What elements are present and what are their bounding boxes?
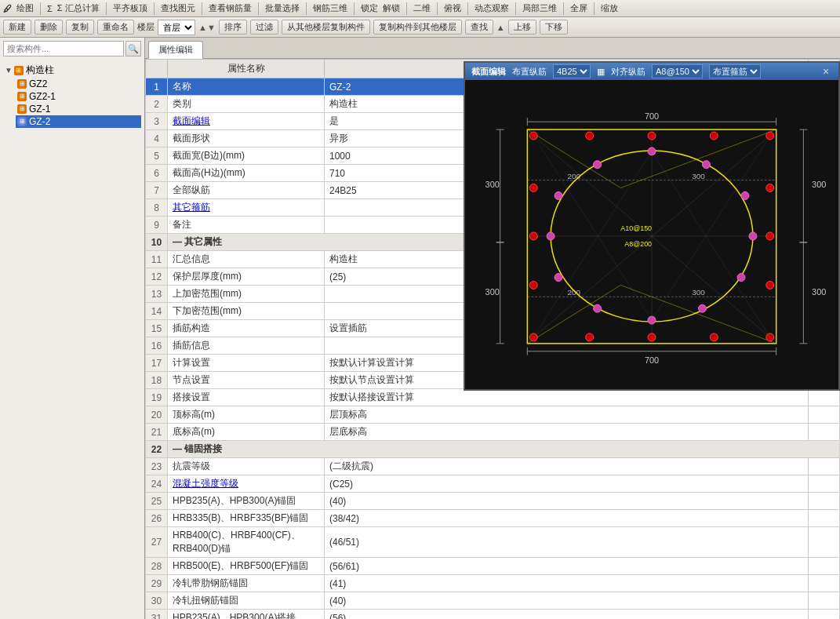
prop-name-cell: 下加密范围(mm) <box>168 303 325 320</box>
copy-button[interactable]: 复制 <box>66 20 94 35</box>
toolbar-fullscreen[interactable]: 全屏 <box>570 2 587 14</box>
prop-val-cell[interactable]: (41) <box>325 575 809 592</box>
right-content: 属性编辑 属性名称 属性值 附加 1 名称 GZ-2 <box>145 38 840 619</box>
align-label: 对齐纵筋 <box>611 66 645 78</box>
prop-val-cell[interactable]: (56) <box>325 610 809 620</box>
toolbar-batch[interactable]: 批量选择 <box>265 2 300 14</box>
tree-item-gz2[interactable]: ⊞ GZ2 <box>16 78 141 90</box>
row-num: 18 <box>146 372 168 389</box>
filter-button[interactable]: 过滤 <box>250 20 278 35</box>
svg-text:200: 200 <box>568 172 581 180</box>
row-num: 20 <box>146 406 168 424</box>
prop-val-cell[interactable]: (C25) <box>325 475 809 493</box>
prop-val-cell[interactable]: 层顶标高 <box>325 406 809 424</box>
left-panel: 🔍 ▼ ⊞ 构造柱 ⊞ GZ2 ⊞ GZ2-1 ⊞ GZ-1 <box>0 38 145 619</box>
prop-name-cell[interactable]: 截面编辑 <box>168 113 325 130</box>
prop-val-cell[interactable]: (46/51) <box>325 527 809 558</box>
svg-point-67 <box>555 191 562 199</box>
prop-val-cell[interactable]: (40) <box>325 493 809 510</box>
prop-addon-cell <box>809 458 840 475</box>
prop-name-cell: 汇总信息 <box>168 251 325 268</box>
tree-area: ▼ ⊞ 构造柱 ⊞ GZ2 ⊞ GZ2-1 ⊞ GZ-1 ⊞ <box>0 60 144 619</box>
row-num: 24 <box>146 475 168 493</box>
svg-point-61 <box>737 274 745 282</box>
toolbar-2d[interactable]: 二维 <box>413 2 431 14</box>
sort-button[interactable]: 排序 <box>219 20 247 35</box>
moveup-button[interactable]: 上移 <box>508 20 536 35</box>
prop-val-cell[interactable]: (二级抗震) <box>325 458 809 475</box>
section-svg: 700 700 300 300 <box>465 80 838 389</box>
prop-name-cell[interactable]: 其它箍筋 <box>168 199 325 217</box>
row-num: 9 <box>146 217 168 234</box>
delete-button[interactable]: 删除 <box>35 20 63 35</box>
prop-val-cell[interactable]: 层底标高 <box>325 424 809 441</box>
copy-from-button[interactable]: 从其他楼层复制构件 <box>282 20 370 35</box>
svg-point-62 <box>699 304 707 312</box>
toolbar-findelem[interactable]: 查找图元 <box>161 2 195 14</box>
svg-point-68 <box>594 161 602 169</box>
group-label: — 锚固搭接 <box>168 441 840 458</box>
toolbar-lock[interactable]: 锁定 <box>361 2 378 14</box>
row-num: 27 <box>146 527 168 558</box>
toolbar-unlock[interactable]: 解锁 <box>383 2 400 14</box>
toolbar-top-view[interactable]: 俯视 <box>444 2 461 14</box>
tree-item-gz-1-label: GZ-1 <box>29 104 50 115</box>
sep8 <box>406 2 407 15</box>
tree-root[interactable]: ▼ ⊞ 构造柱 <box>3 63 141 78</box>
new-button[interactable]: 新建 <box>3 20 31 35</box>
row-num: 6 <box>146 165 168 182</box>
find-button[interactable]: 查找 <box>465 20 493 35</box>
copy-to-button[interactable]: 复制构件到其他楼层 <box>373 20 462 35</box>
svg-text:300: 300 <box>485 180 500 190</box>
floor-select[interactable]: 首层 <box>158 20 195 35</box>
toolbar-rebar3d[interactable]: 钢筋三维 <box>313 2 347 14</box>
section-editor-title: 截面编辑 <box>471 66 506 78</box>
tree-item-gz-2[interactable]: ⊞ GZ-2 <box>16 115 141 128</box>
row-num: 31 <box>146 610 168 620</box>
gz-2-icon: ⊞ <box>17 117 27 126</box>
stirrup-select[interactable]: A8@150 <box>652 64 703 78</box>
search-button[interactable]: 🔍 <box>125 41 141 56</box>
prop-addon-cell <box>809 510 840 527</box>
row-num: 30 <box>146 592 168 610</box>
sep5 <box>258 2 259 15</box>
prop-val-cell[interactable]: (40) <box>325 592 809 610</box>
tab-prop-edit[interactable]: 属性编辑 <box>148 41 203 59</box>
row-num: 23 <box>146 458 168 475</box>
toolbar-zoom[interactable]: 缩放 <box>601 2 618 14</box>
svg-text:300: 300 <box>485 287 500 297</box>
tree-item-gz-1[interactable]: ⊞ GZ-1 <box>16 103 141 115</box>
col-name: 属性名称 <box>168 60 325 78</box>
sep11 <box>515 2 516 15</box>
row-num: 10 <box>146 234 168 251</box>
rebar-select[interactable]: 4B25 <box>553 64 591 78</box>
place-stirrup-select[interactable]: 布置箍筋 <box>709 64 761 78</box>
row-num: 16 <box>146 337 168 355</box>
svg-point-44 <box>710 132 718 140</box>
prop-val-cell[interactable]: (38/42) <box>325 510 809 527</box>
toolbar-sigma[interactable]: Σ <box>47 4 53 13</box>
toolbar-flat[interactable]: 平齐板顶 <box>113 2 147 14</box>
movedown-button[interactable]: 下移 <box>540 20 568 35</box>
toolbar-dynamic[interactable]: 动态观察 <box>475 2 509 14</box>
prop-val-cell[interactable]: 按默认搭接设置计算 <box>325 389 809 406</box>
svg-point-42 <box>586 132 594 140</box>
prop-name-cell: 冷轧扭钢筋锚固 <box>168 592 325 610</box>
tree-item-gz2-1[interactable]: ⊞ GZ2-1 <box>16 90 141 103</box>
prop-val-cell[interactable]: (56/61) <box>325 558 809 575</box>
prop-name-cell[interactable]: 混凝土强度等级 <box>168 475 325 493</box>
search-input[interactable] <box>3 41 124 56</box>
svg-point-53 <box>529 282 537 289</box>
toolbar-calc[interactable]: Σ 汇总计算 <box>57 2 100 14</box>
sep3 <box>154 2 155 15</box>
prop-name-cell: 计算设置 <box>168 355 325 372</box>
section-editor-close[interactable]: × <box>820 65 832 78</box>
svg-text:700: 700 <box>645 111 659 121</box>
rename-button[interactable]: 重命名 <box>97 20 134 35</box>
prop-addon-cell <box>809 475 840 493</box>
toolbar-viewrebar[interactable]: 查看钢筋量 <box>209 2 252 14</box>
prop-name-cell: 保护层厚度(mm) <box>168 268 325 286</box>
svg-text:300: 300 <box>812 287 826 297</box>
toolbar-local3d[interactable]: 局部三维 <box>522 2 557 14</box>
app-title: 🖊 <box>3 4 12 13</box>
